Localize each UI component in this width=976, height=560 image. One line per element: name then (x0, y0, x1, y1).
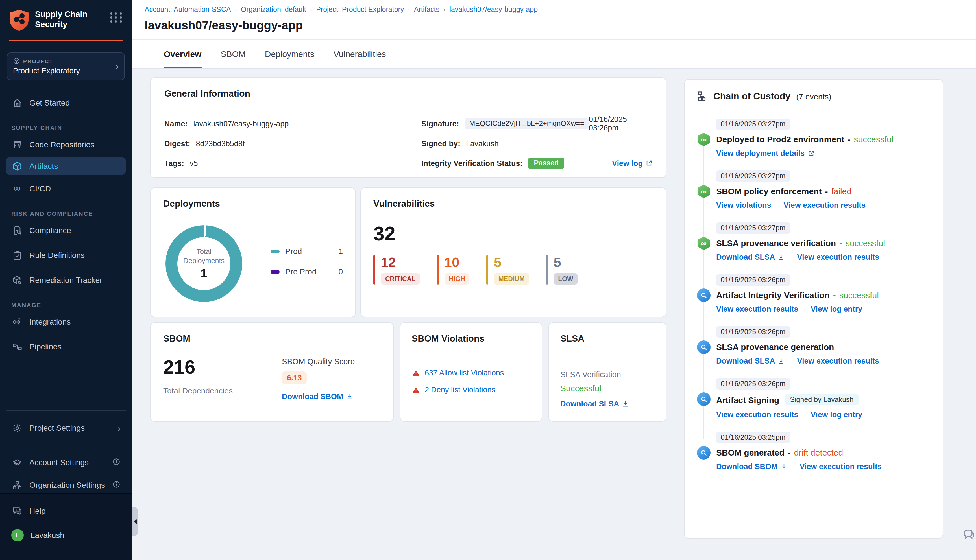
vulnerabilities-card: Vulnerabilities 32 12 CRITICAL 10 (360, 187, 666, 317)
info-icon[interactable] (112, 480, 120, 490)
card-title: Deployments (163, 199, 343, 209)
pipeline-infinity-icon: ∞ (697, 237, 711, 250)
sidebar-item-account-settings[interactable]: Account Settings (6, 453, 126, 472)
severity-medium: 5 MEDIUM (487, 255, 529, 285)
sidebar-item-compliance[interactable]: Compliance (6, 221, 126, 239)
event-status: successful (854, 134, 893, 144)
info-icon[interactable] (112, 458, 120, 467)
sidebar-item-label: Pipelines (29, 342, 62, 351)
clipboard-check-icon (11, 250, 23, 261)
view-execution-results-link[interactable]: View execution results (797, 357, 879, 365)
card-title: SBOM (163, 333, 381, 344)
sidebar-collapse-handle[interactable] (132, 507, 138, 536)
sidebar-item-code-repositories[interactable]: Code Repositories (6, 135, 126, 153)
scan-magnifier-icon (697, 392, 711, 406)
tab-deployments[interactable]: Deployments (265, 40, 314, 68)
project-selector[interactable]: PROJECT Product Exploratory › (7, 52, 125, 80)
view-log-entry-link[interactable]: View log entry (811, 410, 863, 419)
cube-icon (13, 58, 20, 64)
tab-vulnerabilities[interactable]: Vulnerabilities (334, 40, 386, 68)
sidebar-item-rule-definitions[interactable]: Rule Definitions (6, 246, 126, 264)
scan-magnifier-icon (697, 340, 711, 354)
custody-event-sbom-policy: ∞ 01/16/2025 03:27pm SBOM policy enforce… (697, 170, 930, 210)
severity-critical: 12 CRITICAL (373, 255, 420, 285)
view-execution-results-link[interactable]: View execution results (797, 253, 879, 262)
custody-event-slsa-verification: ∞ 01/16/2025 03:27pm SLSA provenance ver… (697, 222, 930, 262)
external-link-icon (646, 160, 652, 167)
sidebar-section-supply-chain: SUPPLY CHAIN (11, 124, 126, 131)
view-execution-results-link[interactable]: View execution results (716, 410, 798, 419)
tab-overview[interactable]: Overview (164, 40, 201, 68)
download-slsa-link[interactable]: Download SLSA (716, 253, 785, 262)
sidebar-item-artifacts[interactable]: Artifacts (6, 157, 126, 175)
breadcrumb-artifacts[interactable]: Artifacts (414, 6, 439, 13)
signature-row: Signature: MEQCICde2VjIT...bL+2+mqnOXw==… (421, 117, 652, 130)
deployments-card: Deployments Total Deployments 1 Prod 1 (150, 187, 356, 317)
page-title: lavakush07/easy-buggy-app (145, 18, 976, 32)
cube-wrench-icon (11, 274, 23, 286)
deny-list-violations-link[interactable]: 2 Deny list Violations (425, 385, 496, 394)
view-log-entry-link[interactable]: View log entry (811, 305, 863, 313)
prod-swatch-icon (270, 249, 280, 253)
external-link-icon (807, 150, 814, 157)
view-deployment-details-link[interactable]: View deployment details (716, 149, 814, 158)
legend-item-preprod: Pre Prod 0 (270, 267, 343, 276)
preprod-swatch-icon (270, 270, 280, 273)
custody-event-sbom-generated: 01/16/2025 03:25pm SBOM generated - drif… (697, 432, 930, 471)
severity-bar (487, 255, 488, 285)
event-timestamp: 01/16/2025 03:27pm (716, 222, 790, 234)
deny-list-violations-row: 2 Deny list Violations (412, 385, 531, 394)
pipeline-infinity-icon: ∞ (697, 185, 711, 198)
sidebar-item-organization-settings[interactable]: Organization Settings (6, 476, 126, 494)
user-name: Lavakush (30, 531, 64, 540)
view-execution-results-link[interactable]: View execution results (784, 201, 866, 210)
download-icon (622, 400, 629, 408)
card-title: SLSA (560, 333, 655, 344)
sidebar-item-label: CI/CD (29, 184, 51, 193)
content-area: General Information Name: lavakush07/eas… (132, 70, 976, 560)
warning-triangle-icon (412, 386, 420, 394)
sidebar-section-manage: MANAGE (11, 302, 126, 308)
sbom-card: SBOM 216 Total Dependencies SBOM Quality… (150, 322, 394, 422)
download-sbom-link[interactable]: Download SBOM (716, 462, 787, 471)
breadcrumb-project[interactable]: Project: Product Exploratory (316, 6, 404, 13)
artifact-name-row: Name: lavakush07/easy-buggy-app (164, 117, 396, 130)
sidebar-item-integrations[interactable]: Integrations (6, 313, 126, 331)
sidebar-item-help[interactable]: ? Help (6, 502, 126, 520)
custody-event-slsa-generation: 01/16/2025 03:26pm SLSA provenance gener… (697, 326, 930, 365)
sidebar-item-cicd[interactable]: ∞ CI/CD (6, 180, 126, 198)
sidebar-item-label: Compliance (29, 226, 71, 235)
download-slsa-link[interactable]: Download SLSA (560, 400, 629, 408)
support-chat-icon[interactable] (961, 526, 975, 542)
sidebar: Supply Chain Security PROJECT Product Ex… (0, 0, 132, 560)
tab-sbom[interactable]: SBOM (220, 40, 245, 68)
view-execution-results-link[interactable]: View execution results (800, 462, 882, 471)
view-violations-link[interactable]: View violations (716, 201, 771, 210)
download-sbom-link[interactable]: Download SBOM (282, 392, 354, 401)
user-avatar: L (11, 529, 24, 542)
download-icon (781, 463, 787, 470)
sidebar-item-label: Code Repositories (29, 140, 94, 149)
sidebar-item-remediation-tracker[interactable]: Remediation Tracker (6, 271, 126, 289)
sbom-quality-score-value: 6.13 (282, 372, 307, 385)
event-timestamp: 01/16/2025 03:27pm (716, 170, 790, 182)
allow-list-violations-link[interactable]: 637 Allow list Violations (425, 368, 504, 377)
event-timestamp: 01/16/2025 03:27pm (716, 118, 790, 130)
layers-gear-icon (11, 457, 23, 468)
download-slsa-link[interactable]: Download SLSA (716, 357, 785, 365)
breadcrumb-artifact[interactable]: lavakush07/easy-buggy-app (449, 6, 538, 13)
sidebar-divider (6, 410, 126, 411)
sidebar-item-get-started[interactable]: Get Started (6, 94, 126, 112)
module-switcher-icon[interactable] (110, 12, 123, 23)
sidebar-item-pipelines[interactable]: Pipelines (6, 338, 126, 356)
view-execution-results-link[interactable]: View execution results (716, 305, 798, 313)
breadcrumb-organization[interactable]: Organization: default (241, 6, 306, 13)
sidebar-item-label: Get Started (29, 98, 70, 107)
view-log-link[interactable]: View log (612, 159, 652, 167)
vertical-divider (269, 356, 269, 409)
integrity-status-row: Integrity Verification Status: Passed Vi… (421, 157, 652, 169)
sidebar-item-project-settings[interactable]: Project Settings › (6, 419, 126, 437)
sidebar-user[interactable]: L Lavakush (6, 525, 126, 545)
artifact-tags-row: Tags: v5 (164, 157, 396, 169)
breadcrumb-account[interactable]: Account: Automation-SSCA (145, 6, 231, 13)
